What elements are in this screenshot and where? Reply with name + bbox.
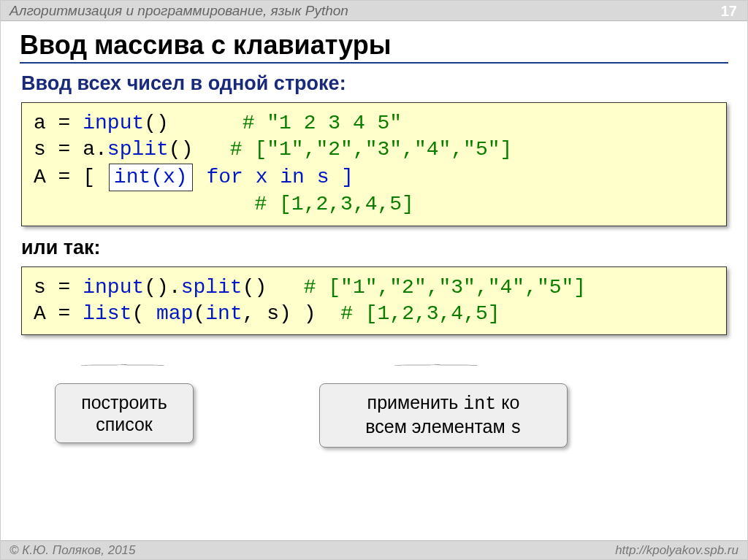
or-label: или так: — [21, 237, 728, 259]
code-line: # [1,2,3,4,5] — [34, 191, 714, 218]
slide-footer: © К.Ю. Поляков, 2015 http://kpolyakov.sp… — [1, 540, 747, 559]
page-number: 17 — [721, 3, 737, 20]
copyright: © К.Ю. Поляков, 2015 — [9, 543, 136, 558]
slide-header: Алгоритмизация и программирование, язык … — [1, 1, 747, 21]
callout-apply-int: применить int ко всем элементам s — [319, 383, 568, 448]
callout-text: построить список — [81, 392, 167, 434]
highlight-box: int(x) — [109, 164, 193, 191]
callouts-area: ︷ ︷ построить список применить int ко вс… — [20, 345, 728, 455]
code-line: A = list( map(int, s) ) # [1,2,3,4,5] — [34, 301, 714, 327]
page-title: Ввод массива с клавиатуры — [20, 30, 728, 61]
footer-url: http://kpolyakov.spb.ru — [615, 543, 739, 558]
code-line: s = a.split() # ["1","2","3","4","5"] — [34, 137, 714, 163]
code-block-1: a = input() # "1 2 3 4 5" s = a.split() … — [21, 102, 727, 226]
code-line: s = input().split() # ["1","2","3","4","… — [34, 275, 714, 301]
brace-icon: ︷ — [392, 358, 488, 369]
brace-icon: ︷ — [78, 358, 175, 369]
title-divider — [20, 62, 728, 64]
code-block-2: s = input().split() # ["1","2","3","4","… — [21, 266, 727, 336]
code-line: A = [ int(x) for x in s ] — [34, 164, 714, 191]
callout-build-list: построить список — [55, 383, 194, 443]
header-title: Алгоритмизация и программирование, язык … — [9, 3, 348, 19]
code-line: a = input() # "1 2 3 4 5" — [34, 110, 714, 137]
slide-content: Ввод массива с клавиатуры Ввод всех чисе… — [1, 21, 747, 455]
subtitle: Ввод всех чисел в одной строке: — [21, 72, 728, 95]
